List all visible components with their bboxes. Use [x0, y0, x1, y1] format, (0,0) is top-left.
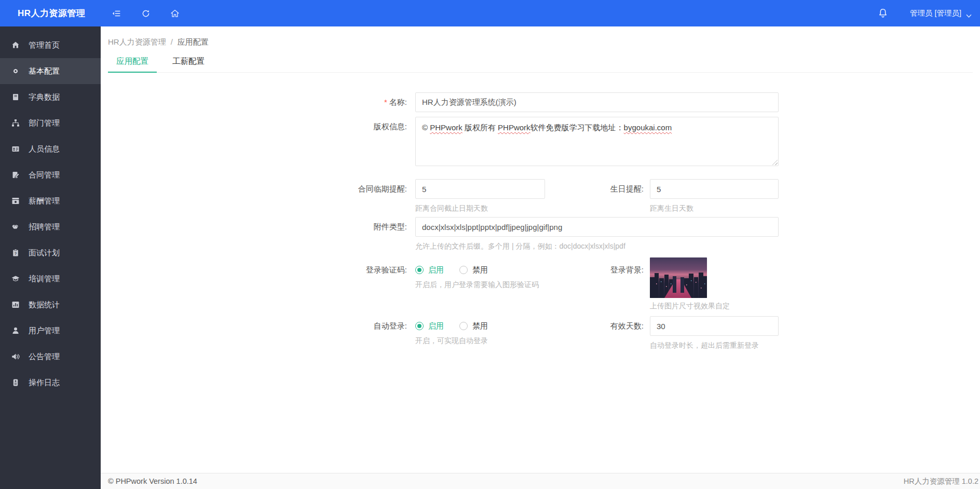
login-captcha-group: 启用 禁用 开启后，用户登录需要输入图形验证码 — [415, 257, 545, 289]
breadcrumb: HR人力资源管理/应用配置 — [108, 37, 980, 47]
money-icon — [11, 197, 20, 205]
sidebar-item-label: 字典数据 — [29, 92, 60, 102]
sidebar-item-users[interactable]: 用户管理 — [0, 318, 101, 344]
auto-login-label: 自动登录: — [101, 316, 415, 336]
sidebar-item-department[interactable]: 部门管理 — [0, 110, 101, 136]
sidebar-item-label: 基本配置 — [29, 66, 60, 76]
sidebar-item-label: 人员信息 — [29, 144, 60, 154]
login-background-image[interactable] — [650, 257, 707, 298]
valid-days-label: 有效天数: — [545, 316, 650, 336]
login-background-label: 登录背景: — [545, 257, 650, 275]
sidebar-item-label: 部门管理 — [29, 118, 60, 128]
auto-login-radios: 启用 禁用 — [415, 321, 545, 331]
attachment-types-input[interactable] — [415, 217, 779, 237]
main-content: HR人力资源管理/应用配置 应用配置 工薪配置 *名称: 版权信息: © PHP… — [101, 26, 980, 489]
user-menu[interactable]: 管理员 [管理员] — [910, 8, 972, 18]
autologin-enable-radio[interactable]: 启用 — [415, 321, 444, 331]
autologin-field-row: 自动登录: 启用 禁用 开启，可实现自动登录 有效天数: 自动登录时长，超出后需… — [101, 316, 980, 350]
sidebar-item-interview[interactable]: ? 面试计划 — [0, 240, 101, 266]
sidebar-item-label: 用户管理 — [29, 326, 60, 336]
footer-app-version: HR人力资源管理 1.0.2 — [904, 477, 978, 486]
copyright-textarea[interactable]: © PHPwork 版权所有 PHPwork软件免费版学习下载地址：bygouk… — [415, 117, 779, 166]
reminder-field-row: 合同临期提醒: 距离合同截止日期天数 生日提醒: 距离生日天数 — [101, 179, 980, 213]
contract-reminder-label: 合同临期提醒: — [101, 179, 415, 199]
valid-days-hint: 自动登录时长，超出后需重新登录 — [650, 341, 779, 350]
sidebar-item-personnel[interactable]: 人员信息 — [0, 136, 101, 162]
sidebar-item-home[interactable]: 管理首页 — [0, 32, 101, 58]
sidebar-item-recruit[interactable]: 招聘管理 — [0, 214, 101, 240]
valid-days-input[interactable] — [650, 316, 779, 336]
copyright-text-segment: 软件免费版学习下载地址： — [530, 123, 624, 132]
sidebar-item-label: 公告管理 — [29, 352, 60, 362]
copyright-field-row: 版权信息: © PHPwork 版权所有 PHPwork软件免费版学习下载地址：… — [101, 117, 980, 166]
sidebar-item-contract[interactable]: 合同管理 — [0, 162, 101, 188]
radio-circle-icon — [415, 266, 424, 274]
sidebar-item-label: 培训管理 — [29, 274, 60, 284]
captcha-disable-radio[interactable]: 禁用 — [459, 265, 488, 275]
captcha-enable-radio[interactable]: 启用 — [415, 265, 444, 275]
sidebar-item-label: 薪酬管理 — [29, 196, 60, 206]
birthday-reminder-hint: 距离生日天数 — [650, 203, 779, 213]
home-icon[interactable] — [170, 8, 180, 19]
header-right-group: 管理员 [管理员] — [878, 8, 980, 19]
graduation-cap-icon — [11, 275, 20, 283]
collapse-menu-icon[interactable] — [112, 8, 122, 19]
radio-circle-icon — [415, 322, 424, 330]
attachment-types-hint: 允许上传的文件后缀。多个用 | 分隔，例如：doc|docx|xlsx|xls|… — [415, 241, 779, 251]
handshake-icon — [11, 223, 20, 231]
sidebar-item-label: 面试计划 — [29, 248, 60, 258]
contract-reminder-group: 距离合同截止日期天数 — [415, 179, 545, 213]
idcard-icon — [11, 145, 20, 153]
refresh-icon[interactable] — [141, 8, 151, 19]
captcha-field-row: 登录验证码: 启用 禁用 开启后，用户登录需要输入图形验证码 登录背景: — [101, 257, 980, 310]
bell-icon[interactable] — [878, 8, 888, 19]
sitemap-icon — [11, 119, 20, 127]
radio-circle-icon — [459, 266, 468, 274]
sidebar-item-announcement[interactable]: 公告管理 — [0, 344, 101, 370]
footer-version: © PHPwork Version 1.0.14 — [108, 477, 197, 485]
app-config-form: *名称: 版权信息: © PHPwork 版权所有 PHPwork软件免费版学习… — [101, 92, 980, 473]
sidebar-item-label: 数据统计 — [29, 300, 60, 310]
user-icon — [11, 327, 20, 335]
app-title: HR人力资源管理 — [0, 7, 101, 19]
auto-login-group: 启用 禁用 开启，可实现自动登录 — [415, 316, 545, 345]
sidebar-item-dictionary[interactable]: 字典数据 — [0, 84, 101, 110]
sidebar-item-statistics[interactable]: 数据统计 — [0, 292, 101, 318]
bar-chart-icon — [11, 301, 20, 309]
copyright-text-segment: PHPwork — [498, 123, 530, 132]
sidebar-item-salary[interactable]: 薪酬管理 — [0, 188, 101, 214]
tab-bar: 应用配置 工薪配置 — [108, 56, 973, 73]
breadcrumb-root[interactable]: HR人力资源管理 — [108, 37, 166, 46]
breadcrumb-current: 应用配置 — [178, 37, 209, 46]
copyright-text-segment: 版权所有 — [462, 123, 498, 132]
sidebar-item-label: 招聘管理 — [29, 222, 60, 232]
sidebar-item-logs[interactable]: 操作日志 — [0, 370, 101, 396]
attachment-types-label: 附件类型: — [101, 217, 415, 237]
login-captcha-label: 登录验证码: — [101, 257, 415, 275]
log-badge-icon — [11, 378, 20, 387]
breadcrumb-separator: / — [171, 37, 173, 46]
login-background-group: 上传图片尺寸视效果自定 — [650, 257, 730, 310]
tab-app-config[interactable]: 应用配置 — [108, 56, 157, 73]
sidebar-item-training[interactable]: 培训管理 — [0, 266, 101, 292]
megaphone-icon — [11, 352, 20, 361]
name-input[interactable] — [415, 92, 779, 112]
contract-reminder-input[interactable] — [415, 179, 545, 199]
gear-icon — [11, 67, 20, 75]
autologin-disable-radio[interactable]: 禁用 — [459, 321, 488, 331]
sidebar-item-label: 合同管理 — [29, 170, 60, 180]
copyright-text-segment: bygoukai.com — [624, 123, 672, 132]
textarea-resize-handle[interactable] — [772, 159, 778, 165]
clipboard-question-icon: ? — [11, 249, 20, 257]
attachment-field-row: 附件类型: 允许上传的文件后缀。多个用 | 分隔，例如：doc|docx|xls… — [101, 217, 980, 251]
tab-salary-config[interactable]: 工薪配置 — [164, 56, 213, 72]
birthday-reminder-input[interactable] — [650, 179, 779, 199]
user-label: 管理员 [管理员] — [910, 8, 961, 18]
sidebar-item-basic-config[interactable]: 基本配置 — [0, 58, 101, 84]
valid-days-group: 自动登录时长，超出后需重新登录 — [650, 316, 779, 350]
book-icon — [11, 93, 20, 101]
top-header: HR人力资源管理 管理员 [管理员] — [0, 0, 980, 26]
name-label: *名称: — [101, 92, 415, 112]
contract-pen-icon — [11, 171, 20, 179]
attachment-types-group: 允许上传的文件后缀。多个用 | 分隔，例如：doc|docx|xlsx|xls|… — [415, 217, 779, 251]
